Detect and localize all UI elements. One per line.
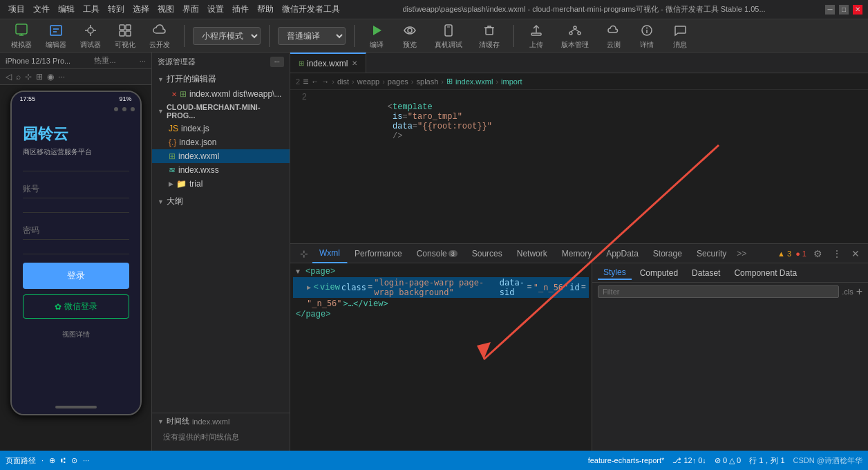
status-right: feature-echarts-report* ⎇ 12↑ 0↓ ⊘ 0 △ 0… [588,455,862,466]
login-button[interactable]: 登录 [23,263,129,289]
eye-icon[interactable]: ◉ [47,72,54,82]
tab-appdata[interactable]: AppData [599,244,646,263]
styles-filter-input[interactable] [598,285,839,298]
tab-network[interactable]: Network [510,244,555,263]
file-item-js[interactable]: JS index.js [152,122,290,135]
menu-plugins[interactable]: 插件 [229,2,252,17]
open-file-wxml[interactable]: ✕ ⊞ index.wxml dist\weapp\... [152,87,290,101]
appdata-tab-label: AppData [606,249,639,258]
cloud-dev-button[interactable]: 云开发 [144,19,176,53]
menu-view[interactable]: 视图 [155,2,177,17]
version-mgmt-button[interactable]: 版本管理 [556,19,594,53]
menu-interface[interactable]: 界面 [180,2,202,17]
menu-wechat-dev[interactable]: 微信开发者工具 [279,2,343,17]
dom-page-tag[interactable]: ▼ <page> [293,266,589,277]
account-input[interactable] [23,180,129,198]
status-icons-4[interactable]: ··· [83,456,89,464]
menu-settings[interactable]: 设置 [205,2,227,17]
phone-back-icon[interactable]: ◁ [6,72,12,82]
close-button[interactable]: ✕ [853,5,862,15]
version-icon [568,22,582,39]
message-button[interactable]: 消息 [666,19,694,53]
close-file-icon[interactable]: ✕ [171,91,177,98]
menu-goto[interactable]: 转到 [105,2,127,17]
status-icons-2[interactable]: ⑆ [61,456,66,464]
menu-file[interactable]: 文件 [30,2,53,17]
inspect-element-btn[interactable]: ⊹ [296,248,312,259]
compile-button[interactable]: 编译 [363,19,390,53]
outline-header[interactable]: ▼ 大纲 [152,194,290,209]
menu-select[interactable]: 选择 [130,2,152,17]
upload-button[interactable]: 上传 [522,19,550,53]
tab-memory[interactable]: Memory [555,244,599,263]
detail-button[interactable]: 详情 [633,19,661,53]
dots-icon[interactable]: ··· [58,72,65,82]
bc-forward[interactable]: → [321,77,329,86]
more-icon[interactable]: ··· [140,57,146,65]
tab-wxml[interactable]: Wxml [312,244,348,263]
tab-performance[interactable]: Performance [348,244,410,263]
bc-sep-6: › [496,77,498,86]
tab-index-wxml[interactable]: ⊞ index.wxml ✕ [290,53,366,73]
menu-edit[interactable]: 编辑 [55,2,77,17]
project-chevron: ▼ [158,108,164,115]
settings-devtools-btn[interactable]: ⚙ [811,247,825,261]
component-data-tab[interactable]: Component Data [728,267,802,279]
menu-help[interactable]: 帮助 [254,2,276,17]
wechat-login-button[interactable]: ✿ 微信登录 [23,294,129,319]
simulator-button[interactable]: 模拟器 [6,19,37,53]
file-item-wxss[interactable]: ≋ index.wxss [152,163,290,177]
status-icons-3[interactable]: ⊙ [71,456,77,465]
tab-console[interactable]: Console 3 [410,244,465,263]
bc-line-num: 2 [296,77,300,86]
cloud-test-button[interactable]: 云测 [600,19,628,53]
real-test-button[interactable]: 真机调试 [429,19,468,53]
editor-button[interactable]: 编辑器 [40,19,72,53]
menu-tools[interactable]: 工具 [80,2,102,17]
open-editors-header[interactable]: ▼ 打开的编辑器 [152,71,290,87]
status-icons-1[interactable]: ⊕ [49,456,55,465]
line-content-2[interactable]: <template is="taro_tmpl" data="{{root:ro… [315,93,492,151]
menu-project[interactable]: 项目 [6,2,28,17]
debugger-button[interactable]: 调试器 [75,19,106,53]
dom-view-chevron: ▶ [307,283,312,292]
file-item-folder[interactable]: ▶ 📁 trial [152,177,290,191]
inspect-icon[interactable]: ⊹ [25,72,32,82]
dom-page-close[interactable]: </page> [293,309,589,320]
layout-icon[interactable]: ⊞ [36,72,43,82]
tab-sources[interactable]: Sources [465,244,510,263]
more-devtools-btn[interactable]: ⋮ [829,247,845,261]
tab-storage[interactable]: Storage [646,244,690,263]
tab-close-button[interactable]: ✕ [352,59,357,67]
file-item-wxml[interactable]: ⊞ index.wxml [152,149,290,163]
clear-label: 清缓存 [479,40,500,50]
bc-back[interactable]: ← [311,77,319,86]
more-tabs-btn[interactable]: >> [734,249,749,258]
styles-add-button[interactable]: + [856,285,862,298]
menu-items: 项目 文件 编辑 工具 转到 选择 视图 界面 设置 插件 帮助 微信开发者工具 [6,2,343,17]
close-devtools-btn[interactable]: ✕ [849,247,862,261]
code-editor: 2 <template is="taro_tmpl" data="{{root:… [290,90,868,243]
dataset-tab[interactable]: Dataset [686,267,726,279]
eq3: = [581,283,586,292]
project-header[interactable]: ▼ CLOUD-MERCHANT-MINI-PROG... [152,101,290,122]
outline-more-btn[interactable]: ··· [270,57,284,67]
svg-point-23 [578,32,581,35]
clear-cache-button[interactable]: 清缓存 [473,19,505,53]
password-input[interactable] [23,221,129,240]
tab-security[interactable]: Security [690,244,734,263]
computed-tab[interactable]: Computed [634,267,683,279]
search-icon[interactable]: ⌕ [16,72,21,82]
maximize-button[interactable]: □ [839,5,849,15]
memory-tab-label: Memory [562,249,592,258]
code-panel: 2 ≡ ← → › dist › weapp › pages › splash … [290,73,868,243]
compile-mode-select[interactable]: 普通编译 [278,27,346,45]
visual-button[interactable]: 可视化 [109,19,141,53]
mini-program-mode-select[interactable]: 小程序模式 [193,27,261,45]
minimize-button[interactable]: ─ [825,5,835,15]
dom-view-tag[interactable]: ▶ < view class = "login-page-warp page-w… [293,277,589,298]
styles-tab[interactable]: Styles [598,266,632,280]
file-item-json[interactable]: {.} index.json [152,135,290,149]
cloud-test-label: 云测 [607,40,621,50]
preview-button[interactable]: 预览 [396,19,424,53]
